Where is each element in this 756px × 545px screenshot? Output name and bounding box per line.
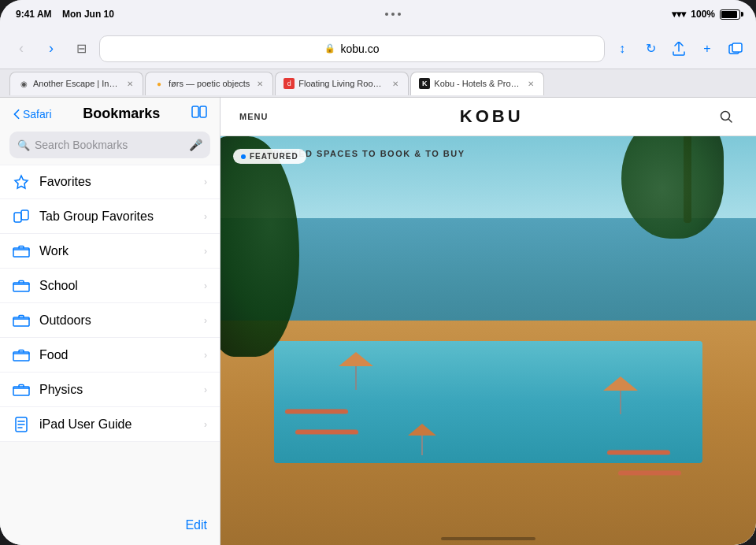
svg-rect-1 [732, 43, 742, 52]
umbrella-1 [339, 352, 373, 390]
browser-toolbar: ‹ › ⊟ 🔒 kobu.co ↕ ↻ + [0, 28, 756, 69]
search-bar[interactable]: 🔍 Search Bookmarks 🎤 [9, 132, 210, 158]
share-button[interactable] [668, 38, 690, 60]
sidebar-footer: Edit [0, 512, 220, 545]
tab-close-2[interactable]: ✕ [255, 79, 265, 88]
tab-fors[interactable]: ● førs — poetic objects ✕ [145, 72, 273, 95]
sidebar-title: Bookmarks [83, 106, 160, 122]
hero-image: FEATURED [220, 136, 756, 545]
back-button[interactable]: ‹ [9, 37, 33, 61]
battery-label: 100% [691, 9, 715, 20]
battery-icon [720, 9, 740, 20]
edit-button[interactable]: Edit [185, 518, 207, 532]
mic-icon[interactable]: 🎤 [189, 139, 202, 151]
tab-another-escape[interactable]: ◉ Another Escape | Inspir... ✕ [9, 72, 143, 95]
status-bar-time: 9:41 AM Mon Jun 10 [16, 9, 114, 20]
tab-title-1: Another Escape | Inspir... [33, 79, 120, 88]
lounger-4 [617, 470, 681, 475]
bookmark-item-physics[interactable]: Physics › [0, 373, 220, 407]
tab-group-favorites-label: Tab Group Favorites [39, 209, 195, 224]
food-chevron: › [204, 350, 207, 361]
tab-group-chevron: › [204, 211, 207, 222]
airdrop-button[interactable]: ↕ [611, 38, 633, 60]
featured-dot [241, 154, 246, 159]
tab-title-2: førs — poetic objects [169, 79, 250, 88]
physics-label: Physics [39, 383, 195, 397]
site-search-icon[interactable] [715, 106, 737, 128]
toolbar-actions: ↕ ↻ + [611, 38, 747, 60]
new-tab-button[interactable]: + [696, 38, 718, 60]
tab-close-4[interactable]: ✕ [526, 79, 536, 88]
book-icon [13, 416, 30, 433]
bookmark-item-ipad-user-guide[interactable]: iPad User Guide › [0, 407, 220, 442]
bookmark-item-school[interactable]: School › [0, 269, 220, 303]
search-input[interactable]: Search Bookmarks [35, 139, 184, 151]
school-chevron: › [204, 280, 207, 291]
svg-rect-4 [14, 213, 21, 222]
outdoors-label: Outdoors [39, 313, 195, 328]
work-folder-icon [13, 243, 30, 260]
site-logo: KOBU [460, 106, 524, 127]
bookmark-item-outdoors[interactable]: Outdoors › [0, 303, 220, 338]
back-label: Safari [23, 108, 52, 120]
sidebar-layout-button[interactable] [191, 106, 207, 122]
web-content: MENU KOBU HAND-PICKED SPACES TO BOOK & T… [220, 98, 756, 545]
svg-point-7 [721, 112, 729, 120]
date-display: Mon Jun 10 [62, 9, 114, 20]
refresh-button[interactable]: ↻ [639, 38, 662, 60]
umbrella-3 [408, 424, 436, 455]
site-menu-label[interactable]: MENU [239, 112, 268, 121]
main-content: ‹ › ⊟ 🔒 kobu.co ↕ ↻ + [0, 28, 756, 545]
url-display: kobu.co [340, 43, 379, 55]
food-folder-icon [13, 347, 30, 364]
favorites-label: Favorites [39, 175, 195, 189]
tab-bar: ◉ Another Escape | Inspir... ✕ ● førs — … [0, 69, 756, 98]
tab-overview-button[interactable] [724, 38, 747, 60]
lock-icon: 🔒 [324, 43, 335, 54]
work-chevron: › [204, 246, 207, 257]
svg-rect-3 [200, 106, 206, 117]
ipad-user-guide-label: iPad User Guide [39, 417, 195, 432]
work-label: Work [39, 244, 195, 258]
physics-chevron: › [204, 384, 207, 395]
bookmark-list: Favorites › Tab Group Favorites › [0, 165, 220, 512]
bookmark-item-food[interactable]: Food › [0, 338, 220, 373]
tab-favicon-2: ● [154, 78, 165, 89]
ipad-user-guide-chevron: › [204, 419, 207, 430]
tab-close-3[interactable]: ✕ [391, 79, 400, 88]
school-label: School [39, 279, 195, 293]
battery-fill [721, 11, 737, 18]
outdoors-folder-icon [13, 312, 30, 329]
school-folder-icon [13, 277, 30, 295]
back-to-safari-button[interactable]: Safari [13, 108, 52, 120]
svg-rect-5 [21, 210, 28, 220]
lounger-2 [295, 429, 359, 434]
site-header: MENU KOBU [220, 98, 756, 136]
food-label: Food [39, 348, 195, 362]
forward-button[interactable]: › [39, 37, 63, 61]
tab-kobu[interactable]: K Kobu - Hotels & Propert... ✕ [410, 72, 544, 95]
lounger-3 [607, 450, 671, 454]
status-bar-right: ▾▾▾ 100% [672, 9, 740, 20]
status-bar-dots [385, 13, 401, 16]
tab-floating[interactable]: d Floating Living Room Se... ✕ [275, 72, 409, 95]
sidebar: Safari Bookmarks 🔍 Search Bookmarks 🎤 [0, 98, 220, 545]
tab-group-icon [13, 208, 30, 225]
svg-rect-2 [192, 106, 198, 117]
wifi-icon: ▾▾▾ [672, 9, 686, 20]
address-bar[interactable]: 🔒 kobu.co [99, 35, 605, 62]
tab-favicon-4: K [419, 78, 430, 89]
featured-label: FEATURED [250, 152, 298, 161]
favorites-chevron: › [204, 176, 207, 187]
bookmark-item-favorites[interactable]: Favorites › [0, 165, 220, 199]
search-icon: 🔍 [17, 139, 30, 151]
time-display: 9:41 AM [16, 9, 52, 20]
tab-title-4: Kobu - Hotels & Propert... [434, 79, 521, 88]
featured-badge: FEATURED [233, 149, 306, 164]
tab-close-1[interactable]: ✕ [125, 79, 135, 88]
bookmark-item-tab-group-favorites[interactable]: Tab Group Favorites › [0, 199, 220, 234]
bookmark-item-work[interactable]: Work › [0, 234, 220, 269]
reader-mode-button[interactable]: ⊟ [69, 37, 93, 61]
tab-favicon-1: ◉ [18, 78, 29, 89]
favorites-star-icon [13, 173, 30, 191]
